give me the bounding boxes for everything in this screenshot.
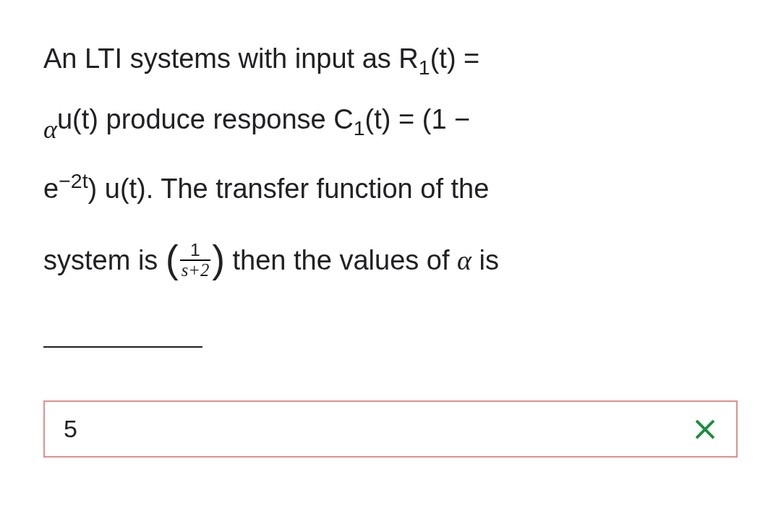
left-paren: ( [166, 238, 179, 280]
question-text: An LTI systems with input as R1(t) = αu(… [43, 29, 738, 364]
text-part: e [43, 173, 59, 204]
superscript: −2t [59, 169, 88, 192]
text-part: then the values of [225, 244, 457, 275]
text-part: ) u(t). The transfer function of the [88, 173, 490, 204]
fraction-numerator: 1 [180, 241, 211, 259]
right-paren: ) [212, 238, 225, 280]
subscript: 1 [419, 56, 430, 79]
text-part: An LTI systems with input as R [43, 43, 419, 74]
text-part: is [471, 244, 499, 275]
answer-box[interactable]: 5 [43, 400, 738, 458]
subscript: 1 [354, 116, 365, 140]
incorrect-icon [693, 417, 717, 442]
text-part: u(t) produce response C [57, 104, 354, 134]
answer-value: 5 [64, 415, 77, 443]
alpha-symbol: α [43, 115, 57, 144]
fraction-denominator: s+2 [180, 259, 211, 280]
text-part: (t) = [430, 43, 480, 74]
alpha-symbol: α [457, 244, 471, 275]
fraction: 1s+2 [180, 241, 211, 280]
text-part: system is [43, 244, 166, 275]
text-part: (t) = (1 − [365, 104, 471, 134]
answer-blank [43, 346, 202, 348]
